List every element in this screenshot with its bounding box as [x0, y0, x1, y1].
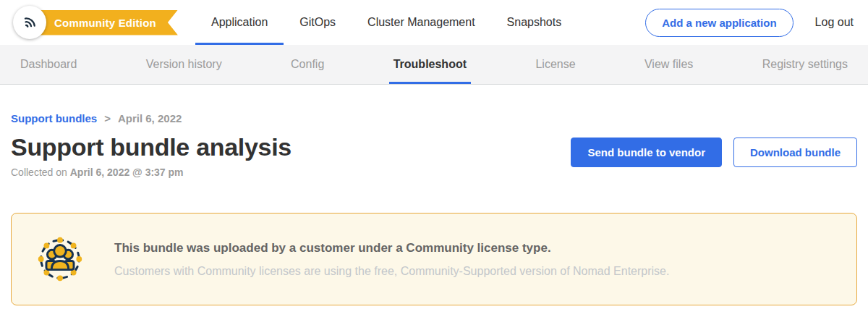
subtab-troubleshoot[interactable]: Troubleshoot	[389, 45, 471, 84]
send-bundle-to-vendor-button[interactable]: Send bundle to vendor	[571, 138, 722, 167]
community-license-banner: This bundle was uploaded by a customer u…	[11, 213, 857, 305]
community-people-icon	[32, 231, 88, 287]
app-sub-nav: Dashboard Version history Config Trouble…	[0, 45, 868, 85]
subtab-registry-settings[interactable]: Registry settings	[758, 45, 852, 84]
tab-application[interactable]: Application	[195, 0, 284, 45]
top-nav-right: Add a new application Log out	[645, 0, 854, 45]
replicated-logo[interactable]	[13, 6, 46, 39]
collected-timestamp: Collected on April 6, 2022 @ 3:37 pm	[11, 166, 292, 178]
page-header: Support bundle analysis Collected on Apr…	[11, 133, 857, 178]
breadcrumb-current: April 6, 2022	[118, 112, 182, 124]
community-edition-badge: Community Edition	[30, 10, 178, 35]
brand-area: Community Edition	[13, 0, 187, 45]
subtab-license[interactable]: License	[531, 45, 579, 84]
subtab-view-files[interactable]: View files	[640, 45, 697, 84]
banner-title: This bundle was uploaded by a customer u…	[114, 241, 669, 255]
subtab-dashboard[interactable]: Dashboard	[16, 45, 81, 84]
replicated-logo-icon	[20, 13, 39, 32]
breadcrumb: Support bundles > April 6, 2022	[11, 112, 857, 124]
collected-prefix: Collected on	[11, 166, 70, 178]
top-nav: Community Edition Application GitOps Clu…	[0, 0, 868, 45]
tab-cluster-management[interactable]: Cluster Management	[352, 0, 491, 45]
banner-text: This bundle was uploaded by a customer u…	[114, 241, 669, 278]
banner-subtitle: Customers with Community licenses are us…	[114, 265, 669, 278]
subtab-config[interactable]: Config	[286, 45, 328, 84]
download-bundle-button[interactable]: Download bundle	[733, 138, 857, 167]
subtab-version-history[interactable]: Version history	[142, 45, 226, 84]
tab-gitops[interactable]: GitOps	[284, 0, 352, 45]
log-out-link[interactable]: Log out	[815, 16, 854, 29]
main-content: Support bundles > April 6, 2022 Support …	[0, 112, 868, 305]
primary-tabs: Application GitOps Cluster Management Sn…	[195, 0, 577, 45]
add-new-application-button[interactable]: Add a new application	[645, 9, 793, 37]
page-header-actions: Send bundle to vendor Download bundle	[571, 138, 857, 167]
collected-date: April 6, 2022 @ 3:37 pm	[70, 166, 184, 178]
breadcrumb-separator: >	[104, 112, 111, 124]
page-title: Support bundle analysis	[11, 133, 292, 161]
breadcrumb-support-bundles-link[interactable]: Support bundles	[11, 112, 97, 124]
page-header-left: Support bundle analysis Collected on Apr…	[11, 133, 292, 178]
tab-snapshots[interactable]: Snapshots	[491, 0, 578, 45]
